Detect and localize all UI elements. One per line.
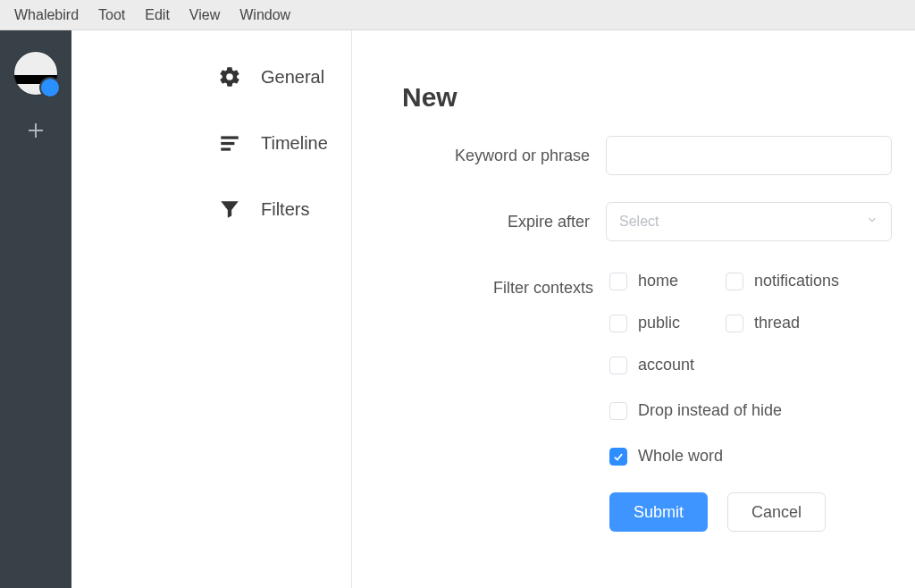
svg-rect-0 <box>221 136 239 139</box>
whole-word-label: Whole word <box>638 447 723 466</box>
context-notifications[interactable]: notifications <box>726 272 877 290</box>
cancel-button[interactable]: Cancel <box>727 492 826 532</box>
submit-button[interactable]: Submit <box>609 492 708 532</box>
checkbox-home[interactable] <box>609 273 627 290</box>
checkbox-account[interactable] <box>609 357 627 374</box>
checkbox-thread[interactable] <box>726 315 743 332</box>
nav-filters-label: Filters <box>261 199 309 220</box>
nav-general-label: General <box>261 67 324 88</box>
context-thread[interactable]: thread <box>726 314 877 332</box>
nav-filters[interactable]: Filters <box>71 184 351 234</box>
menu-whalebird[interactable]: Whalebird <box>7 4 86 27</box>
nav-timeline-label: Timeline <box>261 133 328 154</box>
drop-label: Drop instead of hide <box>638 401 782 420</box>
checkbox-public[interactable] <box>609 315 627 332</box>
drop-instead-row[interactable]: Drop instead of hide <box>609 401 892 420</box>
funnel-icon <box>218 197 241 221</box>
lines-icon <box>218 131 241 155</box>
context-home[interactable]: home <box>609 272 726 290</box>
context-account-label: account <box>638 356 694 374</box>
menu-window[interactable]: Window <box>232 4 298 27</box>
nav-general[interactable]: General <box>71 52 351 102</box>
context-thread-label: thread <box>754 314 800 332</box>
whole-word-row[interactable]: Whole word <box>609 447 892 466</box>
keyword-input[interactable] <box>606 136 892 175</box>
checkbox-drop[interactable] <box>609 402 627 420</box>
settings-nav: General Timeline Filters <box>71 30 352 588</box>
filter-form: New Keyword or phrase Expire after Selec… <box>352 30 915 588</box>
label-keyword: Keyword or phrase <box>402 136 606 165</box>
checkbox-notifications[interactable] <box>726 273 743 290</box>
chevron-down-icon <box>866 214 878 230</box>
context-public-label: public <box>638 314 680 332</box>
expire-placeholder: Select <box>619 214 659 230</box>
context-notifications-label: notifications <box>754 272 839 290</box>
context-account[interactable]: account <box>609 356 726 374</box>
expire-select[interactable]: Select <box>606 202 892 241</box>
menu-view[interactable]: View <box>182 4 227 27</box>
account-avatar[interactable] <box>14 52 57 95</box>
svg-rect-2 <box>221 147 231 150</box>
svg-rect-1 <box>221 142 234 145</box>
label-contexts: Filter contexts <box>402 268 609 298</box>
page-title: New <box>402 82 892 113</box>
menu-edit[interactable]: Edit <box>138 4 177 27</box>
label-expire: Expire after <box>402 202 606 231</box>
add-account-button[interactable] <box>25 120 46 141</box>
checkbox-whole-word[interactable] <box>609 448 627 466</box>
menubar: Whalebird Toot Edit View Window <box>0 0 915 30</box>
nav-timeline[interactable]: Timeline <box>71 118 351 168</box>
context-home-label: home <box>638 272 678 290</box>
account-rail <box>0 30 71 588</box>
context-public[interactable]: public <box>609 314 726 332</box>
menu-toot[interactable]: Toot <box>91 4 132 27</box>
gear-icon <box>218 65 241 88</box>
